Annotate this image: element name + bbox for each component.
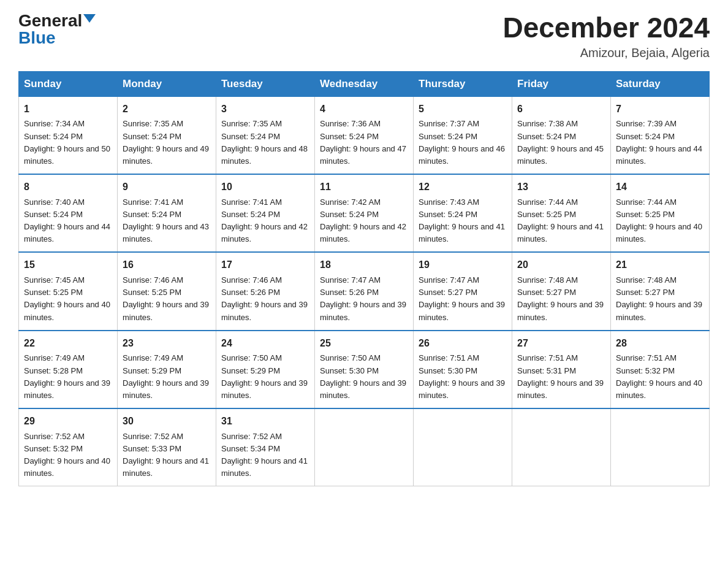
column-header-sunday: Sunday: [19, 71, 118, 96]
day-info: Sunrise: 7:40 AMSunset: 5:24 PMDaylight:…: [24, 197, 110, 243]
day-number: 5: [419, 102, 507, 117]
calendar-cell: 14 Sunrise: 7:44 AMSunset: 5:25 PMDaylig…: [611, 174, 710, 252]
day-number: 28: [616, 336, 704, 351]
day-info: Sunrise: 7:34 AMSunset: 5:24 PMDaylight:…: [24, 119, 110, 165]
logo-blue: Blue: [18, 29, 56, 47]
day-info: Sunrise: 7:35 AMSunset: 5:24 PMDaylight:…: [123, 119, 209, 165]
column-header-saturday: Saturday: [611, 71, 710, 96]
day-number: 31: [221, 414, 309, 429]
day-number: 29: [24, 414, 112, 429]
calendar-cell: 31 Sunrise: 7:52 AMSunset: 5:34 PMDaylig…: [216, 408, 315, 486]
day-number: 9: [123, 180, 211, 195]
logo-triangle-icon: [83, 14, 96, 23]
calendar-week-row: 15 Sunrise: 7:45 AMSunset: 5:25 PMDaylig…: [19, 252, 710, 330]
calendar-header-row: SundayMondayTuesdayWednesdayThursdayFrid…: [19, 71, 710, 96]
day-info: Sunrise: 7:44 AMSunset: 5:25 PMDaylight:…: [616, 197, 702, 243]
day-info: Sunrise: 7:50 AMSunset: 5:30 PMDaylight:…: [320, 353, 406, 399]
day-info: Sunrise: 7:42 AMSunset: 5:24 PMDaylight:…: [320, 197, 406, 243]
day-info: Sunrise: 7:43 AMSunset: 5:24 PMDaylight:…: [419, 197, 505, 243]
calendar-cell: 22 Sunrise: 7:49 AMSunset: 5:28 PMDaylig…: [19, 331, 118, 408]
day-info: Sunrise: 7:37 AMSunset: 5:24 PMDaylight:…: [419, 119, 505, 165]
calendar-cell: 16 Sunrise: 7:46 AMSunset: 5:25 PMDaylig…: [118, 252, 216, 330]
calendar-cell: 3 Sunrise: 7:35 AMSunset: 5:24 PMDayligh…: [216, 96, 315, 174]
page-header: General Blue December 2024 Amizour, Beja…: [18, 12, 710, 60]
calendar-cell: 6 Sunrise: 7:38 AMSunset: 5:24 PMDayligh…: [512, 96, 611, 174]
location-title: Amizour, Bejaia, Algeria: [502, 46, 710, 60]
day-number: 20: [517, 258, 605, 273]
calendar-cell: 20 Sunrise: 7:48 AMSunset: 5:27 PMDaylig…: [512, 252, 611, 330]
calendar-cell: 2 Sunrise: 7:35 AMSunset: 5:24 PMDayligh…: [118, 96, 216, 174]
day-number: 16: [123, 258, 211, 273]
calendar-cell: 10 Sunrise: 7:41 AMSunset: 5:24 PMDaylig…: [216, 174, 315, 252]
day-info: Sunrise: 7:39 AMSunset: 5:24 PMDaylight:…: [616, 119, 702, 165]
column-header-wednesday: Wednesday: [315, 71, 414, 96]
calendar-cell: 12 Sunrise: 7:43 AMSunset: 5:24 PMDaylig…: [414, 174, 512, 252]
calendar-cell: [611, 408, 710, 486]
day-number: 3: [221, 102, 309, 117]
day-number: 17: [221, 258, 309, 273]
calendar-cell: [414, 408, 512, 486]
calendar-cell: 15 Sunrise: 7:45 AMSunset: 5:25 PMDaylig…: [19, 252, 118, 330]
day-info: Sunrise: 7:46 AMSunset: 5:25 PMDaylight:…: [123, 275, 209, 321]
day-info: Sunrise: 7:45 AMSunset: 5:25 PMDaylight:…: [24, 275, 110, 321]
calendar-cell: 9 Sunrise: 7:41 AMSunset: 5:24 PMDayligh…: [118, 174, 216, 252]
day-number: 21: [616, 258, 704, 273]
calendar-cell: 21 Sunrise: 7:48 AMSunset: 5:27 PMDaylig…: [611, 252, 710, 330]
calendar-week-row: 29 Sunrise: 7:52 AMSunset: 5:32 PMDaylig…: [19, 408, 710, 486]
calendar-week-row: 22 Sunrise: 7:49 AMSunset: 5:28 PMDaylig…: [19, 331, 710, 408]
day-number: 30: [123, 414, 211, 429]
day-info: Sunrise: 7:35 AMSunset: 5:24 PMDaylight:…: [221, 119, 308, 165]
day-number: 10: [221, 180, 309, 195]
calendar-cell: [315, 408, 414, 486]
calendar-cell: [512, 408, 611, 486]
calendar-cell: 17 Sunrise: 7:46 AMSunset: 5:26 PMDaylig…: [216, 252, 315, 330]
day-number: 4: [320, 102, 408, 117]
calendar-cell: 29 Sunrise: 7:52 AMSunset: 5:32 PMDaylig…: [19, 408, 118, 486]
day-number: 22: [24, 336, 112, 351]
day-number: 19: [419, 258, 507, 273]
day-info: Sunrise: 7:51 AMSunset: 5:30 PMDaylight:…: [419, 353, 505, 399]
calendar-cell: 19 Sunrise: 7:47 AMSunset: 5:27 PMDaylig…: [414, 252, 512, 330]
column-header-monday: Monday: [118, 71, 216, 96]
day-info: Sunrise: 7:49 AMSunset: 5:29 PMDaylight:…: [123, 353, 209, 399]
logo-general: General: [18, 12, 82, 29]
day-info: Sunrise: 7:47 AMSunset: 5:27 PMDaylight:…: [419, 275, 505, 321]
day-number: 26: [419, 336, 507, 351]
calendar-cell: 7 Sunrise: 7:39 AMSunset: 5:24 PMDayligh…: [611, 96, 710, 174]
logo: General Blue: [18, 12, 96, 47]
day-number: 27: [517, 336, 605, 351]
day-number: 11: [320, 180, 408, 195]
month-title: December 2024: [502, 12, 710, 44]
calendar-week-row: 8 Sunrise: 7:40 AMSunset: 5:24 PMDayligh…: [19, 174, 710, 252]
calendar-cell: 5 Sunrise: 7:37 AMSunset: 5:24 PMDayligh…: [414, 96, 512, 174]
day-info: Sunrise: 7:44 AMSunset: 5:25 PMDaylight:…: [517, 197, 604, 243]
calendar-cell: 1 Sunrise: 7:34 AMSunset: 5:24 PMDayligh…: [19, 96, 118, 174]
column-header-friday: Friday: [512, 71, 611, 96]
calendar-cell: 18 Sunrise: 7:47 AMSunset: 5:26 PMDaylig…: [315, 252, 414, 330]
day-number: 15: [24, 258, 112, 273]
calendar-table: SundayMondayTuesdayWednesdayThursdayFrid…: [18, 71, 710, 487]
calendar-cell: 23 Sunrise: 7:49 AMSunset: 5:29 PMDaylig…: [118, 331, 216, 408]
calendar-cell: 25 Sunrise: 7:50 AMSunset: 5:30 PMDaylig…: [315, 331, 414, 408]
day-number: 24: [221, 336, 309, 351]
day-info: Sunrise: 7:41 AMSunset: 5:24 PMDaylight:…: [123, 197, 209, 243]
day-info: Sunrise: 7:46 AMSunset: 5:26 PMDaylight:…: [221, 275, 308, 321]
day-info: Sunrise: 7:52 AMSunset: 5:34 PMDaylight:…: [221, 432, 308, 478]
calendar-cell: 26 Sunrise: 7:51 AMSunset: 5:30 PMDaylig…: [414, 331, 512, 408]
day-info: Sunrise: 7:41 AMSunset: 5:24 PMDaylight:…: [221, 197, 308, 243]
day-info: Sunrise: 7:47 AMSunset: 5:26 PMDaylight:…: [320, 275, 406, 321]
calendar-cell: 11 Sunrise: 7:42 AMSunset: 5:24 PMDaylig…: [315, 174, 414, 252]
day-info: Sunrise: 7:50 AMSunset: 5:29 PMDaylight:…: [221, 353, 308, 399]
day-info: Sunrise: 7:48 AMSunset: 5:27 PMDaylight:…: [517, 275, 604, 321]
day-info: Sunrise: 7:51 AMSunset: 5:31 PMDaylight:…: [517, 353, 604, 399]
day-number: 23: [123, 336, 211, 351]
calendar-cell: 4 Sunrise: 7:36 AMSunset: 5:24 PMDayligh…: [315, 96, 414, 174]
day-number: 12: [419, 180, 507, 195]
day-number: 6: [517, 102, 605, 117]
calendar-cell: 13 Sunrise: 7:44 AMSunset: 5:25 PMDaylig…: [512, 174, 611, 252]
calendar-cell: 30 Sunrise: 7:52 AMSunset: 5:33 PMDaylig…: [118, 408, 216, 486]
day-info: Sunrise: 7:52 AMSunset: 5:33 PMDaylight:…: [123, 432, 209, 478]
calendar-week-row: 1 Sunrise: 7:34 AMSunset: 5:24 PMDayligh…: [19, 96, 710, 174]
day-info: Sunrise: 7:38 AMSunset: 5:24 PMDaylight:…: [517, 119, 604, 165]
day-number: 13: [517, 180, 605, 195]
